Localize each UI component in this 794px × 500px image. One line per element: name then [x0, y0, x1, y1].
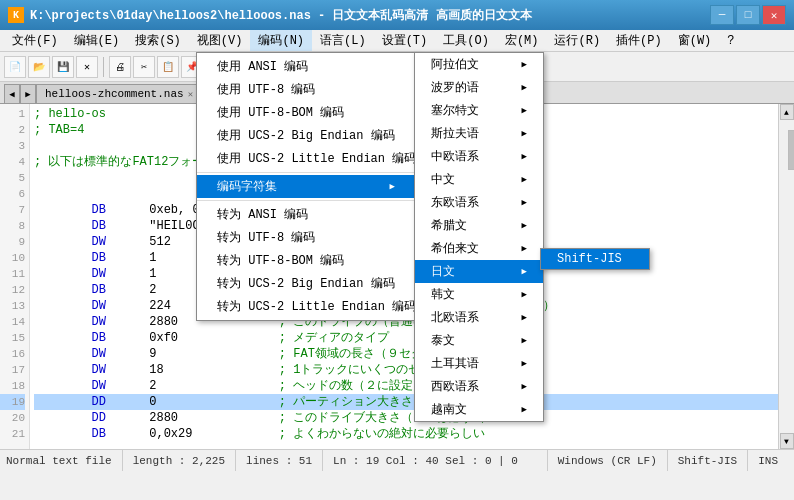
ln-4: 4 [0, 154, 25, 170]
charset-ee[interactable]: 东欧语系▶ [415, 191, 543, 214]
close-file-button[interactable]: ✕ [76, 56, 98, 78]
ln-10: 10 [0, 250, 25, 266]
line-ending-label: Windows (CR LF) [558, 455, 657, 467]
menu-file[interactable]: 文件(F) [4, 30, 66, 51]
cut-button[interactable]: ✂ [133, 56, 155, 78]
ln-14: 14 [0, 314, 25, 330]
window-controls: ─ □ ✕ [710, 5, 786, 25]
menu-search[interactable]: 搜索(S) [127, 30, 189, 51]
ln-20: 20 [0, 410, 25, 426]
menu-plugins[interactable]: 插件(P) [608, 30, 670, 51]
charset-submenu[interactable]: 阿拉伯文▶ 波罗的语▶ 塞尔特文▶ 斯拉夫语▶ 中欧语系▶ 中文▶ 东欧语系▶ … [414, 52, 544, 422]
charset-chinese[interactable]: 中文▶ [415, 168, 543, 191]
menu-window[interactable]: 窗(W) [670, 30, 720, 51]
scroll-down-button[interactable]: ▼ [780, 433, 794, 449]
charset-we[interactable]: 西欧语系▶ [415, 375, 543, 398]
charset-hebrew[interactable]: 希伯来文▶ [415, 237, 543, 260]
charset-nordic[interactable]: 北欧语系▶ [415, 306, 543, 329]
copy-button[interactable]: 📋 [157, 56, 179, 78]
print-button[interactable]: 🖨 [109, 56, 131, 78]
convert-ucs2be[interactable]: 转为 UCS-2 Big Endian 编码 [197, 272, 415, 295]
charset-korean[interactable]: 韩文▶ [415, 283, 543, 306]
code-line-19: DD 0 ; パーティション大きさ（ここは必ず0） [34, 394, 778, 410]
menu-language[interactable]: 语言(L) [312, 30, 374, 51]
ln-6: 6 [0, 186, 25, 202]
lines-status: lines : 51 [236, 450, 323, 471]
code-line-16: DW 9 ; FAT领域の長さ（９セクタ） [34, 346, 778, 362]
menu-help[interactable]: ? [719, 32, 742, 50]
charset-baltic[interactable]: 波罗的语▶ [415, 76, 543, 99]
charset-submenu-trigger[interactable]: 编码字符集▶ [197, 175, 415, 198]
length-status: length : 2,225 [123, 450, 236, 471]
save-button[interactable]: 💾 [52, 56, 74, 78]
shift-jis-option[interactable]: Shift-JIS [541, 249, 649, 269]
charset-celtic[interactable]: 塞尔特文▶ [415, 99, 543, 122]
new-button[interactable]: 📄 [4, 56, 26, 78]
encode-ucs2be[interactable]: 使用 UCS-2 Big Endian 编码 [197, 124, 415, 147]
charset-vietnamese[interactable]: 越南文▶ [415, 398, 543, 421]
convert-ucs2le[interactable]: 转为 UCS-2 Little Endian 编码 [197, 295, 415, 318]
file-type-status: Normal text file [6, 450, 123, 471]
scrollbar-vertical[interactable]: ▲ ▼ [778, 104, 794, 449]
status-bar: Normal text file length : 2,225 lines : … [0, 449, 794, 471]
charset-greek[interactable]: 希腊文▶ [415, 214, 543, 237]
convert-utf8[interactable]: 转为 UTF-8 编码 [197, 226, 415, 249]
ln-12: 12 [0, 282, 25, 298]
code-line-17: DW 18 ; 1トラックにいくつのセクタがあるか（18） [34, 362, 778, 378]
japanese-submenu[interactable]: Shift-JIS [540, 248, 650, 270]
charset-turkish[interactable]: 土耳其语▶ [415, 352, 543, 375]
app-icon: K [8, 7, 24, 23]
menu-macro[interactable]: 宏(M) [497, 30, 547, 51]
insert-mode-label: INS [758, 455, 778, 467]
minimize-button[interactable]: ─ [710, 5, 734, 25]
code-line-15: DB 0xf0 ; メディアのタイプ [34, 330, 778, 346]
charset-japanese[interactable]: 日文▶ [415, 260, 543, 283]
ln-15: 15 [0, 330, 25, 346]
menu-view[interactable]: 视图(V) [189, 30, 251, 51]
menu-sep-2 [197, 200, 415, 201]
length-label: length : 2,225 [133, 455, 225, 467]
encode-utf8bom[interactable]: 使用 UTF-8-BOM 编码 [197, 101, 415, 124]
menu-encoding[interactable]: 编码(N) [250, 30, 312, 51]
encoding-menu-section: 使用 ANSI 编码 使用 UTF-8 编码 使用 UTF-8-BOM 编码 使… [197, 53, 415, 320]
file-type-label: Normal text file [6, 455, 112, 467]
menu-run[interactable]: 运行(R) [546, 30, 608, 51]
line-ending-status[interactable]: Windows (CR LF) [548, 450, 668, 471]
encode-ucs2le[interactable]: 使用 UCS-2 Little Endian 编码 [197, 147, 415, 170]
close-button[interactable]: ✕ [762, 5, 786, 25]
ln-11: 11 [0, 266, 25, 282]
position-status: Ln : 19 Col : 40 Sel : 0 | 0 [323, 450, 548, 471]
convert-utf8bom[interactable]: 转为 UTF-8-BOM 编码 [197, 249, 415, 272]
encode-utf8[interactable]: 使用 UTF-8 编码 [197, 78, 415, 101]
encoding-menu[interactable]: 使用 ANSI 编码 使用 UTF-8 编码 使用 UTF-8-BOM 编码 使… [196, 52, 416, 321]
ln-7: 7 [0, 202, 25, 218]
tab-close-1[interactable]: ✕ [188, 89, 193, 100]
ln-9: 9 [0, 234, 25, 250]
maximize-button[interactable]: □ [736, 5, 760, 25]
encode-ansi[interactable]: 使用 ANSI 编码 [197, 55, 415, 78]
menu-settings[interactable]: 设置(T) [374, 30, 436, 51]
encoding-status[interactable]: Shift-JIS [668, 450, 748, 471]
ln-13: 13 [0, 298, 25, 314]
tab-label: helloos-zhcomment.nas [45, 88, 184, 100]
charset-arabic[interactable]: 阿拉伯文▶ [415, 53, 543, 76]
ln-8: 8 [0, 218, 25, 234]
ln-21: 21 [0, 426, 25, 442]
charset-ce[interactable]: 中欧语系▶ [415, 145, 543, 168]
tab-scroll-left[interactable]: ◀ [4, 84, 20, 103]
menu-tools[interactable]: 工具(O) [435, 30, 497, 51]
line-numbers: 1 2 3 4 5 6 7 8 9 10 11 12 13 14 15 16 1… [0, 104, 30, 449]
scrollbar-thumb[interactable] [788, 130, 795, 170]
open-button[interactable]: 📂 [28, 56, 50, 78]
ln-1: 1 [0, 106, 25, 122]
convert-ansi[interactable]: 转为 ANSI 编码 [197, 203, 415, 226]
lines-label: lines : 51 [246, 455, 312, 467]
scroll-up-button[interactable]: ▲ [780, 104, 794, 120]
ln-17: 17 [0, 362, 25, 378]
tab-helloos-zhcomment[interactable]: helloos-zhcomment.nas ✕ [36, 84, 202, 103]
charset-thai[interactable]: 泰文▶ [415, 329, 543, 352]
insert-mode-status[interactable]: INS [748, 450, 788, 471]
charset-slavic[interactable]: 斯拉夫语▶ [415, 122, 543, 145]
menu-edit[interactable]: 编辑(E) [66, 30, 128, 51]
tab-scroll-right[interactable]: ▶ [20, 84, 36, 103]
